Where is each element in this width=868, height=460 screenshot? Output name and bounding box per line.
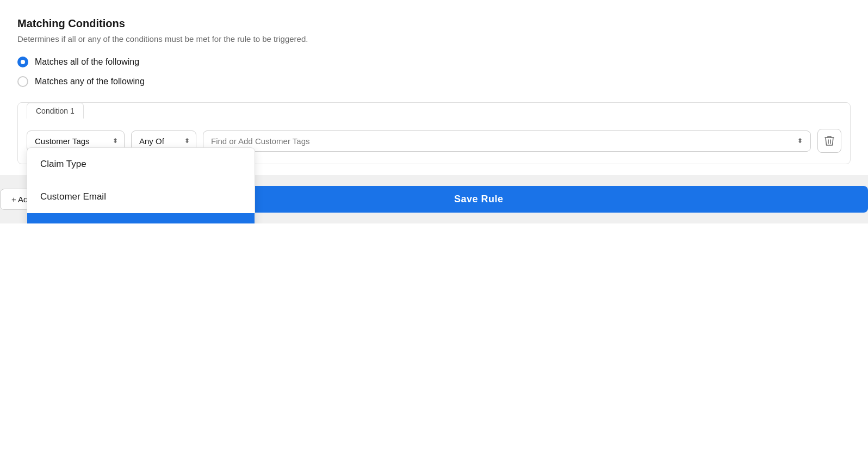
type-select-wrapper: Customer Tags ⬍ Claim Type Customer Emai… bbox=[27, 130, 125, 152]
tags-input-wrapper[interactable]: ⬍ bbox=[203, 130, 811, 152]
page-subtitle: Determines if all or any of the conditio… bbox=[17, 34, 851, 43]
radio-all-label: Matches all of the following bbox=[35, 57, 139, 67]
radio-any-label: Matches any of the following bbox=[35, 77, 145, 86]
type-dropdown: Claim Type Customer Email Customer Tags … bbox=[27, 147, 255, 224]
condition-tab: Condition 1 bbox=[27, 103, 84, 119]
dropdown-item-customer-email[interactable]: Customer Email bbox=[27, 181, 255, 213]
dropdown-item-customer-email-label: Customer Email bbox=[40, 191, 106, 202]
page-container: Matching Conditions Determines if all or… bbox=[0, 0, 868, 164]
trash-icon bbox=[824, 135, 834, 146]
tags-input[interactable] bbox=[211, 136, 793, 146]
condition-row: Customer Tags ⬍ Claim Type Customer Emai… bbox=[18, 118, 850, 164]
radio-all-indicator bbox=[17, 57, 28, 67]
tags-input-chevron-icon: ⬍ bbox=[797, 137, 803, 145]
radio-any[interactable]: Matches any of the following bbox=[17, 76, 851, 87]
radio-group: Matches all of the following Matches any… bbox=[17, 57, 851, 87]
dropdown-list: Claim Type Customer Email Customer Tags … bbox=[27, 148, 255, 224]
dropdown-item-customer-tags[interactable]: Customer Tags ✓ bbox=[27, 213, 255, 224]
condition-block: Condition 1 Customer Tags ⬍ Claim Type C… bbox=[17, 102, 851, 164]
dropdown-item-claim-type[interactable]: Claim Type bbox=[27, 148, 255, 181]
delete-condition-button[interactable] bbox=[817, 129, 841, 153]
radio-all[interactable]: Matches all of the following bbox=[17, 57, 851, 67]
radio-any-indicator bbox=[17, 76, 28, 87]
page-title: Matching Conditions bbox=[17, 17, 851, 30]
dropdown-item-claim-type-label: Claim Type bbox=[40, 159, 86, 170]
